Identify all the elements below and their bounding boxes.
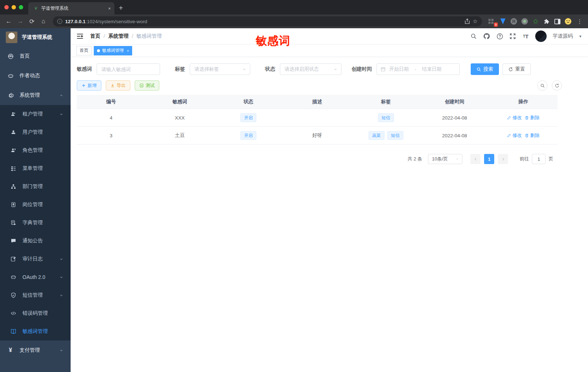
sidebar-item-notice[interactable]: 通知公告 (0, 232, 71, 250)
tag-badge: 短信 (387, 131, 403, 140)
extension-record-icon[interactable] (521, 18, 528, 25)
breadcrumb-system[interactable]: 系统管理 (108, 33, 129, 39)
edit-link[interactable]: 修改 (507, 114, 522, 121)
search-icon[interactable] (470, 33, 477, 40)
sidebar-item-errcode[interactable]: 错误码管理 (0, 304, 71, 322)
sidebar-item-dept[interactable]: 部门管理 (0, 177, 71, 196)
col-header-desc: 描述 (283, 95, 352, 109)
tag-home[interactable]: 首页 (76, 46, 92, 55)
zoom-window-button[interactable] (19, 5, 23, 9)
puzzle-extensions-icon[interactable] (543, 18, 550, 25)
user-avatar[interactable] (535, 30, 547, 42)
url-host: 127.0.0.1 (65, 19, 85, 24)
system-submenu: 租户管理 用户管理 角色管理 (0, 105, 71, 340)
sidebar-item-payment[interactable]: ¥ 支付管理 (0, 340, 71, 360)
tag-sensitive-word[interactable]: 敏感词管理 × (94, 46, 132, 55)
sidebar-item-home[interactable]: 首页 (0, 46, 71, 66)
total-count: 共 2 条 (408, 156, 422, 162)
site-info-icon[interactable]: i (57, 19, 62, 24)
tab-close-icon[interactable]: × (108, 6, 111, 11)
breadcrumb-home[interactable]: 首页 (90, 33, 100, 39)
new-tab-button[interactable]: + (119, 3, 123, 13)
goto-label: 前往 (520, 156, 529, 162)
sidebar-menu: 首页 作者动态 系统管理 (0, 46, 71, 372)
font-size-icon[interactable]: TT (522, 33, 529, 40)
search-button[interactable]: 搜索 (471, 63, 499, 75)
sidebar: 芋道管理系统 首页 作者动态 系统管理 (0, 28, 71, 372)
add-button[interactable]: 新增 (77, 80, 101, 91)
export-button[interactable]: 导出 (106, 80, 130, 91)
sidebar-item-dict[interactable]: 字典管理 (0, 214, 71, 232)
reset-button[interactable]: 重置 (503, 63, 531, 75)
time-filter-label: 创建时间 (352, 66, 372, 72)
forward-button[interactable]: → (15, 16, 25, 26)
home-button[interactable]: ⌂ (38, 16, 49, 26)
chevron-down-icon (333, 67, 337, 71)
collapse-sidebar-icon[interactable] (76, 33, 84, 39)
github-icon[interactable] (483, 33, 490, 40)
col-header-actions: 操作 (489, 95, 558, 109)
goto-page-input[interactable] (532, 154, 546, 164)
bookmark-star-icon[interactable]: ☆ (473, 18, 478, 25)
delete-link[interactable]: 删除 (525, 114, 539, 121)
next-page-button[interactable] (498, 154, 508, 164)
sidebar-item-role[interactable]: 角色管理 (0, 141, 71, 159)
user-name[interactable]: 芋道源码 (553, 33, 573, 39)
share-icon[interactable] (465, 18, 470, 24)
sidebar-item-post[interactable]: 岗位管理 (0, 196, 71, 214)
page-number-button[interactable]: 1 (484, 154, 494, 164)
edit-link[interactable]: 修改 (507, 132, 522, 139)
red-annotation-text: 敏感词 (256, 33, 290, 49)
browser-tab[interactable]: 芋道管理系统 × (28, 2, 114, 14)
fullscreen-icon[interactable] (509, 33, 516, 40)
close-tag-icon[interactable]: × (127, 49, 129, 53)
col-header-word: 敏感词 (146, 95, 214, 109)
minimize-window-button[interactable] (12, 5, 16, 9)
extension-star-icon[interactable]: ✩ (532, 18, 539, 25)
word-filter-input[interactable] (97, 67, 160, 72)
window-controls[interactable] (0, 0, 28, 14)
status-filter-select[interactable]: 请选择启用状态 (280, 63, 341, 75)
extension-kite-icon[interactable] (499, 18, 507, 25)
help-icon[interactable] (496, 33, 503, 40)
page-size-select[interactable]: 10条/页 (428, 154, 462, 164)
tags-view-bar: 首页 敏感词管理 × (71, 45, 588, 57)
sidebar-item-user[interactable]: 用户管理 (0, 123, 71, 141)
oauth-icon (10, 274, 17, 280)
sidebar-item-system[interactable]: 系统管理 (0, 85, 71, 105)
sidebar-item-sensitive-word[interactable]: 敏感词管理 (0, 322, 71, 340)
prev-page-button[interactable] (470, 154, 480, 164)
sidebar-item-menu[interactable]: 菜单管理 (0, 159, 71, 177)
back-button[interactable]: ← (4, 16, 14, 26)
sidebar-item-author-news[interactable]: 作者动态 (0, 66, 71, 85)
sidebar-item-audit[interactable]: 审计日志 (0, 250, 71, 268)
browser-menu-icon[interactable]: ⋮ (575, 18, 584, 25)
sidebar-item-tenant[interactable]: 租户管理 (0, 105, 71, 123)
sidebar-item-sms[interactable]: 短信管理 (0, 286, 71, 304)
extension-grid-icon[interactable]: 9 (488, 18, 496, 25)
test-button[interactable]: 测试 (135, 80, 159, 91)
user-menu-caret-icon[interactable]: ▼ (579, 34, 582, 38)
extensions-area: 9 ⌘ ✩ (486, 18, 574, 25)
breadcrumb: 首页 / 系统管理 / 敏感词管理 (90, 33, 162, 39)
search-toggle-icon[interactable] (537, 80, 547, 91)
sidebar-item-oauth[interactable]: OAuth 2.0 (0, 268, 71, 286)
robot-icon (7, 73, 14, 79)
tag-filter-select[interactable]: 请选择标签 (190, 63, 250, 75)
date-range-picker[interactable]: 开始日期 - 结束日期 (377, 63, 460, 75)
extension-command-icon[interactable]: ⌘ (510, 18, 517, 25)
refresh-icon[interactable] (552, 80, 562, 91)
header-actions: TT 芋道源码 ▼ (470, 30, 582, 42)
sidebar-item-label: 首页 (20, 53, 63, 59)
app-logo-row[interactable]: 芋道管理系统 (0, 28, 71, 46)
reload-button[interactable]: ⟳ (27, 16, 37, 26)
profile-avatar-emoji[interactable] (564, 18, 572, 25)
close-window-button[interactable] (4, 5, 9, 9)
side-panel-icon[interactable] (554, 18, 561, 25)
dashboard-icon (7, 53, 14, 59)
tag-badge: 蔬菜 (369, 131, 385, 140)
menu-tree-icon (10, 166, 17, 171)
chevron-down-icon (59, 257, 63, 261)
address-bar[interactable]: i 127.0.0.1:1024/system/sensitive-word ☆ (53, 16, 482, 26)
delete-link[interactable]: 删除 (525, 132, 539, 139)
